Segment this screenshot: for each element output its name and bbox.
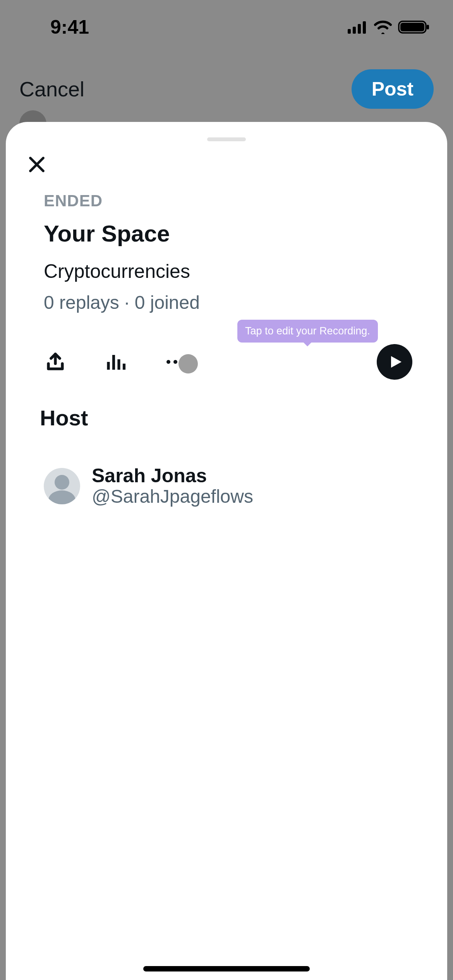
host-heading: Host xyxy=(40,405,412,430)
attention-dot xyxy=(178,354,198,373)
play-button[interactable] xyxy=(377,344,412,380)
svg-rect-3 xyxy=(363,21,366,34)
svg-marker-13 xyxy=(391,356,402,368)
compose-header: Cancel Post xyxy=(0,50,453,128)
more-button[interactable]: Tap to edit your Recording. xyxy=(164,350,187,373)
status-bar: 9:41 xyxy=(0,0,453,39)
host-user-row[interactable]: Sarah Jonas @SarahJpageflows xyxy=(44,465,412,507)
space-title: Your Space xyxy=(44,220,412,247)
sheet-grabber[interactable] xyxy=(207,137,246,141)
status-icons xyxy=(348,20,430,34)
edit-recording-tooltip: Tap to edit your Recording. xyxy=(237,320,378,343)
close-button[interactable] xyxy=(25,153,48,176)
host-name: Sarah Jonas xyxy=(92,465,253,487)
analytics-button[interactable] xyxy=(104,350,127,373)
space-status-label: ENDED xyxy=(44,192,412,210)
actions-row: Tap to edit your Recording. xyxy=(44,344,412,380)
cellular-icon xyxy=(348,21,368,34)
svg-rect-6 xyxy=(427,25,429,29)
host-handle: @SarahJpageflows xyxy=(92,487,253,507)
battery-icon xyxy=(398,20,430,34)
host-avatar xyxy=(44,468,80,504)
svg-rect-5 xyxy=(400,23,424,31)
share-button[interactable] xyxy=(44,350,67,373)
analytics-icon xyxy=(105,351,126,372)
cancel-button[interactable]: Cancel xyxy=(19,77,84,101)
space-stats: 0 replays · 0 joined xyxy=(44,292,412,313)
post-button[interactable]: Post xyxy=(352,69,434,109)
svg-rect-0 xyxy=(348,29,351,34)
play-icon xyxy=(389,354,403,370)
space-ended-sheet: ENDED Your Space Cryptocurrencies 0 repl… xyxy=(6,122,447,980)
svg-rect-2 xyxy=(358,24,361,34)
wifi-icon xyxy=(373,20,393,34)
home-indicator[interactable] xyxy=(143,966,310,971)
space-topic: Cryptocurrencies xyxy=(44,260,412,283)
status-time: 9:41 xyxy=(50,16,89,38)
share-icon xyxy=(45,351,66,372)
close-icon xyxy=(27,155,46,174)
svg-rect-1 xyxy=(353,27,356,34)
